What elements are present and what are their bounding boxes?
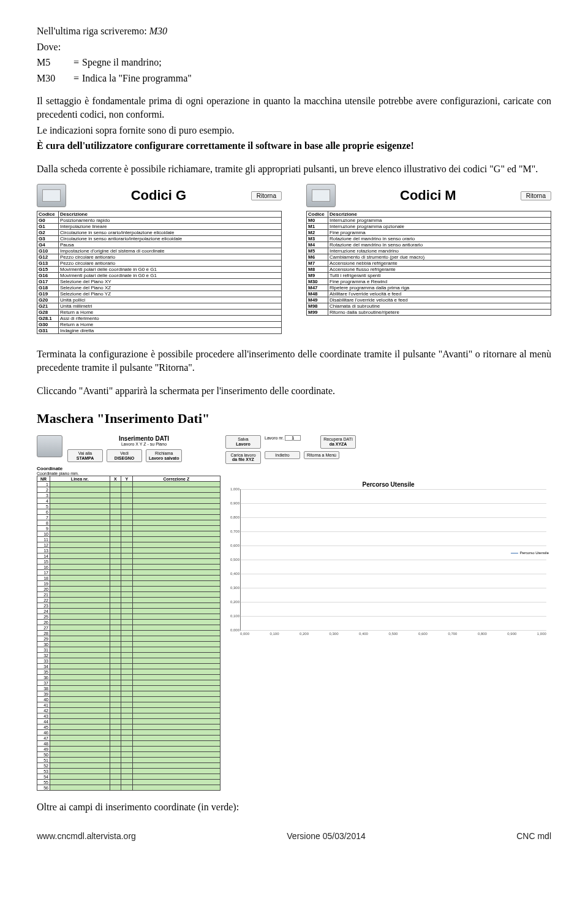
- table-row: 34: [37, 664, 221, 669]
- table-row: 35: [37, 669, 221, 675]
- table-row: G4Pausa: [37, 242, 282, 248]
- table-row: 40: [37, 697, 221, 702]
- outro-line: Oltre ai campi di inserimento coordinate…: [37, 800, 551, 814]
- table-row: 7: [37, 515, 221, 520]
- table-row: 30: [37, 642, 221, 647]
- table-row: G0Posizionamento rapido: [37, 218, 282, 224]
- table-row: 55: [37, 780, 221, 785]
- table-row: 36: [37, 675, 221, 680]
- table-row: 44: [37, 719, 221, 724]
- table-row: M9Tutti i refrigeranti spenti: [307, 273, 551, 279]
- table-row: 25: [37, 614, 221, 620]
- table-row: G19Selezione del Piano YZ: [37, 291, 282, 297]
- para-terminata: Terminata la configurazione è possibile …: [37, 348, 551, 374]
- table-row: 24: [37, 609, 221, 614]
- table-row: 5: [37, 504, 221, 509]
- table-row: 21: [37, 592, 221, 598]
- table-row: G28Return a Home: [37, 310, 282, 316]
- para-indicazioni: Le indicazioni sopra fornite sono di pur…: [37, 124, 551, 137]
- table-row: 14: [37, 553, 221, 559]
- ins-title: Inserimento DATI: [67, 435, 221, 442]
- table-row: 16: [37, 565, 221, 570]
- def-code: M5: [37, 56, 74, 69]
- table-row: 32: [37, 653, 221, 658]
- table-row: 9: [37, 526, 221, 531]
- table-row: 18: [37, 576, 221, 581]
- table-row: G12Pezzo circolare antiorario: [37, 254, 282, 260]
- ritorna-button-m[interactable]: Ritorna: [521, 191, 551, 200]
- def-text: Spegne il mandrino;: [82, 56, 162, 69]
- inserimento-dati-screenshot: Inserimento DATI Lavoro X Y Z - su Piano…: [37, 435, 551, 791]
- codici-g-title: Codici G: [77, 188, 240, 203]
- table-row: M3Rotazione del mandrino in senso orario: [307, 236, 551, 242]
- para-settaggio: Il settaggio è fondamentale prima di ogn…: [37, 94, 551, 121]
- table-row: 22: [37, 598, 221, 603]
- table-row: M99Ritorno dalla subroutine/ripetere: [307, 310, 551, 316]
- coordinate-label: Coordinate: [37, 466, 221, 471]
- table-row: 20: [37, 587, 221, 592]
- chart-title: Percorso Utensile: [225, 481, 551, 488]
- table-row: M47Ripetere programma dalla prima riga: [307, 285, 551, 291]
- stampa-button[interactable]: Vai allaSTAMPA: [67, 449, 103, 462]
- cnc-icon: [37, 184, 66, 207]
- def-eq: =: [74, 72, 82, 85]
- table-row: M49Disabilitare l'override velocità e fe…: [307, 297, 551, 303]
- table-row: 50: [37, 752, 221, 758]
- table-row: 49: [37, 747, 221, 752]
- cnc-icon: [306, 184, 336, 207]
- table-row: 1: [37, 482, 221, 487]
- def-row: M30=Indica la "Fine programma": [37, 72, 551, 85]
- table-row: 48: [37, 741, 221, 747]
- disegno-button[interactable]: VediDISEGNO: [107, 449, 142, 462]
- table-row: 53: [37, 769, 221, 774]
- table-row: 41: [37, 702, 221, 708]
- ritorna-menu-button[interactable]: Ritorna a Menù: [304, 451, 339, 460]
- recupera-button[interactable]: Recupera DATIda XYZA: [320, 435, 356, 448]
- table-row: 56: [37, 785, 221, 791]
- chart-xaxis: 0,0000,1000,2000,3000,4000,5000,6000,700…: [240, 632, 546, 636]
- table-row: G1Interpolazione lineare: [37, 224, 282, 230]
- table-row: 15: [37, 559, 221, 565]
- table-row: 23: [37, 603, 221, 609]
- table-row: 26: [37, 620, 221, 625]
- table-row: G18Selezione del Piano XZ: [37, 285, 282, 291]
- def-row: M5=Spegne il mandrino;: [37, 56, 551, 69]
- codici-g-panel: Codici G Ritorna CodiceDescrizioneG0Posi…: [37, 184, 282, 334]
- table-row: 6: [37, 509, 221, 515]
- table-row: 12: [37, 542, 221, 548]
- para-cliccando: Cliccando "Avanti" apparirà la schermata…: [37, 384, 551, 398]
- table-row: G20Unità pollici: [37, 297, 282, 303]
- para-cura: È cura dell'utilizzatore configurare cor…: [37, 139, 551, 153]
- coordinate-sub: Coordinate piano mm.: [37, 471, 221, 476]
- table-row: M0Interruzione programma: [307, 218, 551, 224]
- table-row: 45: [37, 724, 221, 730]
- table-row: G16Movimenti polari delle coordinate in …: [37, 273, 282, 279]
- table-row: G2Circolazione in senso orario/interpola…: [37, 230, 282, 236]
- table-row: M98Chiamata di subroutine: [307, 303, 551, 310]
- ins-subtitle: Lavoro X Y Z - su Piano: [67, 442, 221, 447]
- table-row: G15Movimenti polari delle coordinate in …: [37, 267, 282, 273]
- table-row: 31: [37, 647, 221, 653]
- table-row: G10Impostazione d'origine del sistema di…: [37, 248, 282, 254]
- table-row: 38: [37, 686, 221, 691]
- indietro-button[interactable]: Indietro: [265, 451, 300, 460]
- footer-left: www.cncmdl.altervista.org: [37, 831, 136, 841]
- cnc-icon: [37, 435, 62, 457]
- table-row: 39: [37, 691, 221, 697]
- richiama-button[interactable]: RichiamaLavoro salvato: [146, 449, 182, 462]
- table-row: 54: [37, 774, 221, 780]
- table-row: 3: [37, 493, 221, 498]
- table-row: M48Abilitare l'override velocità e feed: [307, 291, 551, 297]
- salva-button[interactable]: SalvaLavoro: [225, 435, 261, 448]
- codici-g-table: CodiceDescrizioneG0Posizionamento rapido…: [37, 211, 282, 334]
- line-ultima-riga: Nell'ultima riga scriveremo: M30: [37, 25, 551, 38]
- codici-m-panel: Codici M Ritorna CodiceDescrizioneM0Inte…: [306, 184, 551, 334]
- ritorna-button-g[interactable]: Ritorna: [251, 191, 282, 200]
- page-footer: www.cncmdl.altervista.org Versione 05/03…: [37, 831, 551, 841]
- carica-button[interactable]: Carica lavoroda file XYZ: [225, 451, 261, 464]
- table-row: M5Interruzione rotazione mandrino: [307, 248, 551, 254]
- def-eq: =: [74, 56, 82, 69]
- line-part-a: Nell'ultima riga scriveremo:: [37, 26, 149, 36]
- chart-legend: Percorso Utensile: [511, 551, 549, 555]
- table-row: M30Fine programma e Rewind: [307, 279, 551, 285]
